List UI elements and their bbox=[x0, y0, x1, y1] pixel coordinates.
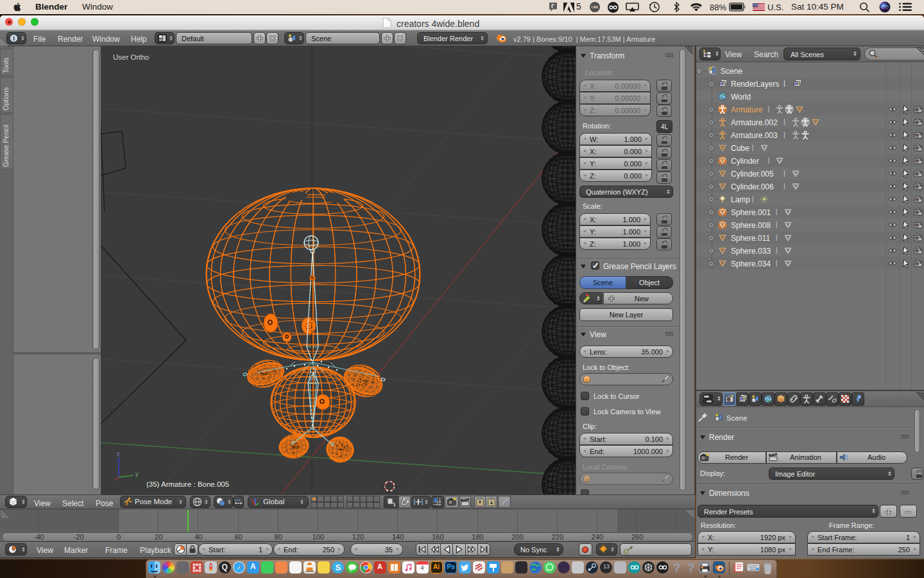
svg-text:(35) Armature : Bone.005: (35) Armature : Bone.005 bbox=[146, 480, 229, 488]
svg-text:z: z bbox=[117, 451, 120, 457]
svg-text:y: y bbox=[135, 471, 139, 477]
svg-text:i: i bbox=[13, 35, 15, 42]
svg-text:User Ortho: User Ortho bbox=[113, 53, 149, 61]
svg-text:LINE: LINE bbox=[592, 6, 598, 9]
